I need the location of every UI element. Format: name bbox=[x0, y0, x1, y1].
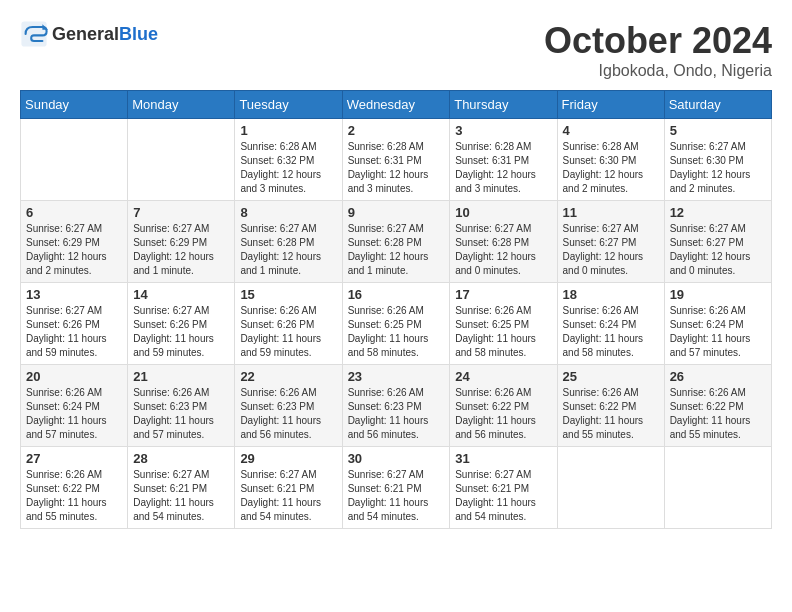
day-number: 29 bbox=[240, 451, 336, 466]
day-info: Sunrise: 6:27 AM Sunset: 6:26 PM Dayligh… bbox=[133, 304, 229, 360]
calendar-cell: 18Sunrise: 6:26 AM Sunset: 6:24 PM Dayli… bbox=[557, 283, 664, 365]
calendar-cell: 23Sunrise: 6:26 AM Sunset: 6:23 PM Dayli… bbox=[342, 365, 450, 447]
weekday-header-friday: Friday bbox=[557, 91, 664, 119]
day-info: Sunrise: 6:26 AM Sunset: 6:24 PM Dayligh… bbox=[563, 304, 659, 360]
day-info: Sunrise: 6:27 AM Sunset: 6:21 PM Dayligh… bbox=[133, 468, 229, 524]
calendar-cell: 10Sunrise: 6:27 AM Sunset: 6:28 PM Dayli… bbox=[450, 201, 557, 283]
day-number: 18 bbox=[563, 287, 659, 302]
month-title: October 2024 bbox=[544, 20, 772, 62]
calendar-cell: 22Sunrise: 6:26 AM Sunset: 6:23 PM Dayli… bbox=[235, 365, 342, 447]
calendar-cell: 30Sunrise: 6:27 AM Sunset: 6:21 PM Dayli… bbox=[342, 447, 450, 529]
day-number: 17 bbox=[455, 287, 551, 302]
logo-text-blue: Blue bbox=[119, 24, 158, 45]
weekday-header-saturday: Saturday bbox=[664, 91, 771, 119]
calendar-cell: 4Sunrise: 6:28 AM Sunset: 6:30 PM Daylig… bbox=[557, 119, 664, 201]
day-number: 1 bbox=[240, 123, 336, 138]
calendar-cell: 7Sunrise: 6:27 AM Sunset: 6:29 PM Daylig… bbox=[128, 201, 235, 283]
weekday-header-thursday: Thursday bbox=[450, 91, 557, 119]
weekday-header-sunday: Sunday bbox=[21, 91, 128, 119]
calendar-cell: 6Sunrise: 6:27 AM Sunset: 6:29 PM Daylig… bbox=[21, 201, 128, 283]
logo-icon bbox=[20, 20, 48, 48]
weekday-header-row: SundayMondayTuesdayWednesdayThursdayFrid… bbox=[21, 91, 772, 119]
day-info: Sunrise: 6:28 AM Sunset: 6:30 PM Dayligh… bbox=[563, 140, 659, 196]
calendar-cell: 2Sunrise: 6:28 AM Sunset: 6:31 PM Daylig… bbox=[342, 119, 450, 201]
day-number: 30 bbox=[348, 451, 445, 466]
calendar-cell: 31Sunrise: 6:27 AM Sunset: 6:21 PM Dayli… bbox=[450, 447, 557, 529]
day-number: 4 bbox=[563, 123, 659, 138]
day-info: Sunrise: 6:27 AM Sunset: 6:28 PM Dayligh… bbox=[348, 222, 445, 278]
day-info: Sunrise: 6:27 AM Sunset: 6:30 PM Dayligh… bbox=[670, 140, 766, 196]
calendar-cell: 15Sunrise: 6:26 AM Sunset: 6:26 PM Dayli… bbox=[235, 283, 342, 365]
calendar-cell bbox=[557, 447, 664, 529]
logo: General Blue bbox=[20, 20, 158, 48]
day-number: 8 bbox=[240, 205, 336, 220]
day-number: 27 bbox=[26, 451, 122, 466]
calendar-week-row: 20Sunrise: 6:26 AM Sunset: 6:24 PM Dayli… bbox=[21, 365, 772, 447]
calendar-cell: 21Sunrise: 6:26 AM Sunset: 6:23 PM Dayli… bbox=[128, 365, 235, 447]
day-info: Sunrise: 6:28 AM Sunset: 6:32 PM Dayligh… bbox=[240, 140, 336, 196]
calendar-cell: 16Sunrise: 6:26 AM Sunset: 6:25 PM Dayli… bbox=[342, 283, 450, 365]
day-info: Sunrise: 6:26 AM Sunset: 6:22 PM Dayligh… bbox=[670, 386, 766, 442]
day-info: Sunrise: 6:26 AM Sunset: 6:23 PM Dayligh… bbox=[133, 386, 229, 442]
day-number: 13 bbox=[26, 287, 122, 302]
day-number: 15 bbox=[240, 287, 336, 302]
calendar-cell: 29Sunrise: 6:27 AM Sunset: 6:21 PM Dayli… bbox=[235, 447, 342, 529]
day-info: Sunrise: 6:27 AM Sunset: 6:29 PM Dayligh… bbox=[26, 222, 122, 278]
calendar-cell: 24Sunrise: 6:26 AM Sunset: 6:22 PM Dayli… bbox=[450, 365, 557, 447]
day-info: Sunrise: 6:26 AM Sunset: 6:22 PM Dayligh… bbox=[26, 468, 122, 524]
day-number: 23 bbox=[348, 369, 445, 384]
calendar-week-row: 27Sunrise: 6:26 AM Sunset: 6:22 PM Dayli… bbox=[21, 447, 772, 529]
weekday-header-monday: Monday bbox=[128, 91, 235, 119]
calendar-cell: 28Sunrise: 6:27 AM Sunset: 6:21 PM Dayli… bbox=[128, 447, 235, 529]
day-info: Sunrise: 6:26 AM Sunset: 6:26 PM Dayligh… bbox=[240, 304, 336, 360]
day-info: Sunrise: 6:27 AM Sunset: 6:28 PM Dayligh… bbox=[455, 222, 551, 278]
day-number: 6 bbox=[26, 205, 122, 220]
day-info: Sunrise: 6:26 AM Sunset: 6:24 PM Dayligh… bbox=[26, 386, 122, 442]
day-info: Sunrise: 6:28 AM Sunset: 6:31 PM Dayligh… bbox=[348, 140, 445, 196]
day-number: 19 bbox=[670, 287, 766, 302]
calendar-cell: 3Sunrise: 6:28 AM Sunset: 6:31 PM Daylig… bbox=[450, 119, 557, 201]
logo-text-general: General bbox=[52, 24, 119, 45]
day-info: Sunrise: 6:27 AM Sunset: 6:26 PM Dayligh… bbox=[26, 304, 122, 360]
calendar-week-row: 6Sunrise: 6:27 AM Sunset: 6:29 PM Daylig… bbox=[21, 201, 772, 283]
calendar-cell bbox=[664, 447, 771, 529]
day-info: Sunrise: 6:26 AM Sunset: 6:22 PM Dayligh… bbox=[455, 386, 551, 442]
weekday-header-tuesday: Tuesday bbox=[235, 91, 342, 119]
calendar-cell: 1Sunrise: 6:28 AM Sunset: 6:32 PM Daylig… bbox=[235, 119, 342, 201]
day-number: 9 bbox=[348, 205, 445, 220]
day-number: 20 bbox=[26, 369, 122, 384]
day-info: Sunrise: 6:27 AM Sunset: 6:27 PM Dayligh… bbox=[563, 222, 659, 278]
weekday-header-wednesday: Wednesday bbox=[342, 91, 450, 119]
calendar-cell: 14Sunrise: 6:27 AM Sunset: 6:26 PM Dayli… bbox=[128, 283, 235, 365]
day-number: 22 bbox=[240, 369, 336, 384]
day-info: Sunrise: 6:27 AM Sunset: 6:28 PM Dayligh… bbox=[240, 222, 336, 278]
location: Igbokoda, Ondo, Nigeria bbox=[544, 62, 772, 80]
calendar-cell: 19Sunrise: 6:26 AM Sunset: 6:24 PM Dayli… bbox=[664, 283, 771, 365]
day-number: 3 bbox=[455, 123, 551, 138]
day-info: Sunrise: 6:28 AM Sunset: 6:31 PM Dayligh… bbox=[455, 140, 551, 196]
day-number: 16 bbox=[348, 287, 445, 302]
day-info: Sunrise: 6:26 AM Sunset: 6:24 PM Dayligh… bbox=[670, 304, 766, 360]
calendar-cell bbox=[21, 119, 128, 201]
day-info: Sunrise: 6:26 AM Sunset: 6:22 PM Dayligh… bbox=[563, 386, 659, 442]
day-number: 26 bbox=[670, 369, 766, 384]
day-info: Sunrise: 6:26 AM Sunset: 6:23 PM Dayligh… bbox=[240, 386, 336, 442]
day-info: Sunrise: 6:27 AM Sunset: 6:21 PM Dayligh… bbox=[455, 468, 551, 524]
day-number: 12 bbox=[670, 205, 766, 220]
calendar-cell: 20Sunrise: 6:26 AM Sunset: 6:24 PM Dayli… bbox=[21, 365, 128, 447]
title-block: October 2024 Igbokoda, Ondo, Nigeria bbox=[544, 20, 772, 80]
day-number: 11 bbox=[563, 205, 659, 220]
day-info: Sunrise: 6:27 AM Sunset: 6:29 PM Dayligh… bbox=[133, 222, 229, 278]
calendar-week-row: 13Sunrise: 6:27 AM Sunset: 6:26 PM Dayli… bbox=[21, 283, 772, 365]
day-number: 31 bbox=[455, 451, 551, 466]
day-number: 5 bbox=[670, 123, 766, 138]
calendar-table: SundayMondayTuesdayWednesdayThursdayFrid… bbox=[20, 90, 772, 529]
day-info: Sunrise: 6:26 AM Sunset: 6:23 PM Dayligh… bbox=[348, 386, 445, 442]
day-info: Sunrise: 6:26 AM Sunset: 6:25 PM Dayligh… bbox=[348, 304, 445, 360]
day-number: 14 bbox=[133, 287, 229, 302]
calendar-cell: 9Sunrise: 6:27 AM Sunset: 6:28 PM Daylig… bbox=[342, 201, 450, 283]
calendar-cell: 11Sunrise: 6:27 AM Sunset: 6:27 PM Dayli… bbox=[557, 201, 664, 283]
day-info: Sunrise: 6:27 AM Sunset: 6:27 PM Dayligh… bbox=[670, 222, 766, 278]
calendar-cell: 17Sunrise: 6:26 AM Sunset: 6:25 PM Dayli… bbox=[450, 283, 557, 365]
day-number: 10 bbox=[455, 205, 551, 220]
